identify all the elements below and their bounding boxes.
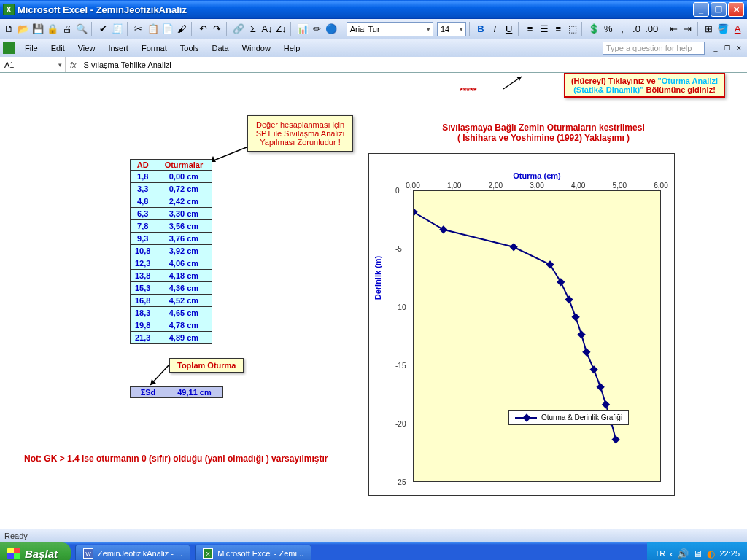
align-right-icon[interactable]: ≡ (552, 22, 565, 36)
currency-icon[interactable]: 💲 (587, 22, 600, 36)
comma-icon[interactable]: , (616, 22, 628, 36)
table-cell: 6,3 (131, 208, 155, 220)
menu-edit[interactable]: Edit (45, 42, 71, 54)
arrow-icon (146, 363, 175, 389)
line-series (414, 191, 662, 483)
menu-insert[interactable]: Insert (102, 42, 134, 54)
italic-icon[interactable]: I (489, 22, 501, 36)
y-tick: -25 (395, 478, 406, 486)
table-cell: 4,78 cm (155, 319, 212, 332)
percent-icon[interactable]: % (602, 22, 614, 36)
formula-value[interactable]: Sıvılaşma Tehlike Analizi (81, 61, 174, 69)
svg-rect-16 (596, 383, 604, 391)
start-button[interactable]: Başlat (0, 542, 71, 560)
inc-indent-icon[interactable]: ⇥ (681, 22, 694, 36)
svg-rect-13 (577, 330, 585, 338)
permission-icon[interactable]: 🔒 (46, 22, 59, 36)
maximize-button[interactable]: ❐ (711, 2, 727, 17)
preview-icon[interactable]: 🔍 (75, 22, 88, 36)
hyperlink-icon[interactable]: 🔗 (232, 22, 245, 36)
font-color-icon[interactable]: A (731, 22, 743, 36)
table-cell: 0,00 cm (155, 171, 212, 183)
menu-format[interactable]: Format (136, 42, 173, 54)
taskbar-item[interactable]: WZeminJeofizikAnaliz - ... (75, 545, 190, 560)
zoom-icon[interactable]: 🔵 (325, 22, 338, 36)
table-cell: 10,8 (131, 245, 155, 257)
font-selector[interactable]: Arial Tur (347, 22, 433, 36)
table-cell: 16,8 (131, 295, 155, 307)
table-cell: 18,3 (131, 307, 155, 319)
svg-rect-12 (571, 313, 579, 321)
table-cell: 3,30 cm (155, 208, 212, 220)
worksheet[interactable]: (Hücreyi) Tıklayınız ve "Oturma Analizi … (0, 73, 747, 529)
y-tick: -15 (395, 362, 406, 370)
menu-window[interactable]: Window (236, 42, 276, 54)
format-painter-icon[interactable]: 🖌 (176, 22, 188, 36)
workbook-icon[interactable] (3, 42, 15, 54)
sort-desc-icon[interactable]: Z↓ (275, 22, 287, 36)
status-bar: Ready (0, 529, 747, 542)
align-center-icon[interactable]: ☰ (538, 22, 550, 36)
save-icon[interactable]: 💾 (31, 22, 44, 36)
x-tick: 1,00 (447, 182, 461, 190)
menu-file[interactable]: File (19, 42, 44, 54)
print-icon[interactable]: 🖨 (61, 22, 73, 36)
menu-view[interactable]: View (72, 42, 101, 54)
menu-help[interactable]: Help (278, 42, 306, 54)
align-left-icon[interactable]: ≡ (524, 22, 536, 36)
tray-icon[interactable]: 🖥 (693, 548, 703, 559)
borders-icon[interactable]: ⊞ (703, 22, 715, 36)
underline-icon[interactable]: U (503, 22, 515, 36)
merge-icon[interactable]: ⬚ (566, 22, 578, 36)
excel-icon: X (3, 4, 15, 15)
open-icon[interactable]: 📂 (17, 22, 30, 36)
fill-color-icon[interactable]: 🪣 (716, 22, 729, 36)
bold-icon[interactable]: B (474, 22, 487, 36)
doc-minimize-button[interactable]: _ (711, 43, 721, 53)
drawing-icon[interactable]: ✏ (311, 22, 323, 36)
y-tick: -5 (395, 245, 402, 253)
svg-rect-9 (546, 260, 554, 268)
inc-decimal-icon[interactable]: .0 (630, 22, 643, 36)
spell-icon[interactable]: ✔ (96, 22, 109, 36)
tray-icon[interactable]: ‹ (670, 548, 673, 559)
autosum-icon[interactable]: Σ (247, 22, 259, 36)
sort-asc-icon[interactable]: A↓ (260, 22, 273, 36)
cut-icon[interactable]: ✂ (132, 22, 144, 36)
new-icon[interactable]: 🗋 (3, 22, 15, 36)
table-cell: 19,8 (131, 319, 155, 332)
minimize-button[interactable]: _ (693, 2, 709, 17)
dec-indent-icon[interactable]: ⇤ (667, 22, 680, 36)
font-size-selector[interactable]: 14 (437, 22, 466, 36)
windows-flag-icon (7, 548, 20, 559)
plot-area: Oturma & Derinlik Grafiği (413, 190, 661, 482)
chart-icon[interactable]: 📊 (296, 22, 309, 36)
research-icon[interactable]: 🧾 (111, 22, 124, 36)
help-search-input[interactable]: Type a question for help (603, 42, 705, 55)
name-box[interactable]: A1 (0, 57, 66, 72)
y-tick: 0 (395, 187, 400, 195)
menu-data[interactable]: Data (206, 42, 234, 54)
tray-icon[interactable]: ◐ (707, 548, 715, 559)
clock[interactable]: 22:25 (719, 549, 740, 558)
language-indicator[interactable]: TR (654, 549, 665, 558)
doc-restore-button[interactable]: ❐ (722, 43, 732, 53)
table-cell: 4,89 cm (155, 332, 212, 344)
fx-icon[interactable]: fx (66, 61, 81, 69)
copy-icon[interactable]: 📋 (147, 22, 160, 36)
table-cell: 4,8 (131, 195, 155, 208)
paste-icon[interactable]: 📄 (161, 22, 174, 36)
system-tray[interactable]: TR ‹ 🔊 🖥 ◐ 22:25 (647, 542, 747, 560)
note-text: Not: GK > 1.4 ise oturmanın 0 (sıfır) ol… (24, 454, 328, 464)
taskbar-item[interactable]: XMicrosoft Excel - Zemi... (195, 545, 311, 560)
tray-icon[interactable]: 🔊 (677, 548, 689, 559)
table-cell: 9,3 (131, 233, 155, 245)
undo-icon[interactable]: ↶ (197, 22, 209, 36)
menu-tools[interactable]: Tools (174, 42, 205, 54)
dec-decimal-icon[interactable]: .00 (644, 22, 659, 36)
chart-area[interactable]: Oturma (cm) Derinlik (m) 0,001,002,003,0… (368, 153, 675, 496)
table-cell: 2,42 cm (155, 195, 212, 208)
doc-close-button[interactable]: ✕ (734, 43, 744, 53)
close-button[interactable]: ✕ (728, 2, 744, 17)
redo-icon[interactable]: ↷ (211, 22, 223, 36)
